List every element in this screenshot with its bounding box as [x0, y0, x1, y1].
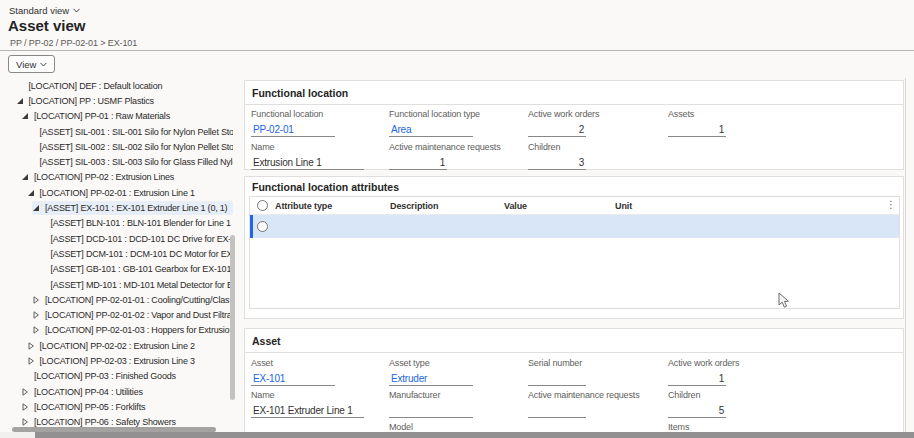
tree-item-asset-sil-002-sil-002[interactable]: [ASSET] SIL-002 : SIL-002 Silo for Nylon…	[0, 139, 233, 154]
field-label: Name	[251, 142, 364, 154]
select-all-radio[interactable]	[257, 200, 268, 211]
tree-item-asset-dcd-101-dcd-101[interactable]: [ASSET] DCD-101 : DCD-101 DC Drive for E…	[0, 231, 233, 246]
expand-arrow-icon[interactable]	[32, 296, 45, 304]
field-active-maintenance-requests: Active maintenance requests1	[389, 142, 501, 170]
field-value-serial-number[interactable]	[528, 372, 586, 386]
tree-item-label: [LOCATION] PP-05 : Forklifts	[34, 402, 145, 412]
functional-location-section: Functional location Functional locationP…	[244, 80, 904, 170]
field-label: Asset type	[389, 358, 473, 370]
tree-item-location-pp-02-01-02-vapor[interactable]: [LOCATION] PP-02-01-02 : Vapor and Dust …	[0, 307, 233, 322]
expand-arrow-icon[interactable]	[27, 342, 40, 350]
expand-arrow-icon[interactable]	[27, 357, 40, 365]
field-value-manufacturer[interactable]	[389, 404, 473, 418]
tree-item-label: [LOCATION] PP-02-02 : Extrusion Line 2	[40, 341, 195, 351]
tree-vertical-scrollbar[interactable]	[230, 235, 235, 400]
page-horizontal-scrollbar[interactable]	[0, 432, 914, 438]
collapse-arrow-icon[interactable]	[21, 112, 34, 120]
field-value-active-work-orders[interactable]: 2	[528, 123, 586, 137]
field-label: Children	[668, 390, 726, 402]
field-value-children[interactable]: 5	[668, 404, 726, 418]
tree-item-label: [LOCATION] PP-06 : Safety Showers	[34, 417, 176, 427]
field-value-functional-location[interactable]: PP-02-01	[251, 123, 335, 137]
tree-item-label: [LOCATION] PP-01 : Raw Materials	[34, 111, 170, 121]
row-select-radio[interactable]	[257, 221, 268, 232]
view-button[interactable]: View	[8, 55, 55, 73]
field-name: NameExtrusion Line 1	[251, 142, 364, 170]
tree-item-location-pp-02-03-extrusion[interactable]: [LOCATION] PP-02-03 : Extrusion Line 3	[0, 353, 233, 368]
field-value-asset[interactable]: EX-101	[251, 372, 335, 386]
field-active-work-orders: Active work orders2	[528, 109, 599, 137]
field-label: Manufacturer	[389, 390, 473, 402]
chevron-down-icon	[40, 62, 47, 67]
field-assets: Assets1	[668, 109, 726, 137]
location-tree: [LOCATION] DEF : Default location[LOCATI…	[0, 78, 233, 428]
tree-item-location-pp-05-forklifts[interactable]: [LOCATION] PP-05 : Forklifts	[0, 399, 233, 414]
page-horizontal-scrollbar-thumb[interactable]	[35, 432, 914, 438]
tree-item-location-pp-02-extrusion[interactable]: [LOCATION] PP-02 : Extrusion Lines	[0, 170, 233, 185]
field-value-name[interactable]: Extrusion Line 1	[251, 156, 364, 170]
tree-item-asset-gb-101-gb-101[interactable]: [ASSET] GB-101 : GB-101 Gearbox for EX-1…	[0, 262, 233, 277]
section-title: Functional location	[245, 81, 903, 105]
field-functional-location: Functional locationPP-02-01	[251, 109, 335, 137]
field-value-active-work-orders[interactable]: 1	[668, 372, 726, 386]
tree-item-label: [LOCATION] PP-02-01-01 : Cooling/Cutting…	[45, 295, 233, 305]
tree-item-location-pp-01-raw[interactable]: [LOCATION] PP-01 : Raw Materials	[0, 109, 233, 124]
tree-item-location-pp-02-01-extrusion[interactable]: [LOCATION] PP-02-01 : Extrusion Line 1	[0, 185, 233, 200]
column-header-description[interactable]: Description	[390, 201, 438, 211]
field-value-asset-type[interactable]: Extruder	[389, 372, 473, 386]
field-value-assets[interactable]: 1	[668, 123, 726, 137]
field-value-children[interactable]: 3	[528, 156, 586, 170]
breadcrumb[interactable]: PP / PP-02 / PP-02-01 > EX-101	[10, 38, 137, 48]
tree-item-label: [ASSET] EX-101 : EX-101 Extruder Line 1 …	[45, 203, 227, 213]
expand-arrow-icon[interactable]	[21, 418, 34, 426]
more-options-icon[interactable]: ⋮	[886, 199, 896, 210]
view-selector[interactable]: Standard view	[9, 5, 80, 16]
tree-item-location-pp-03-finished[interactable]: [LOCATION] PP-03 : Finished Goods	[0, 369, 233, 384]
expand-arrow-icon[interactable]	[32, 326, 45, 334]
collapse-arrow-icon[interactable]	[16, 97, 29, 105]
tree-item-asset-bln-101-bln-101[interactable]: [ASSET] BLN-101 : BLN-101 Blender for Li…	[0, 216, 233, 231]
field-children: Children5	[668, 390, 726, 418]
collapse-arrow-icon[interactable]	[21, 173, 34, 181]
tree-item-location-pp-02-02-extrusion[interactable]: [LOCATION] PP-02-02 : Extrusion Line 2	[0, 338, 233, 353]
column-header-attribute-type[interactable]: Attribute type	[275, 201, 332, 211]
column-header-unit[interactable]: Unit	[615, 201, 632, 211]
tree-item-label: [ASSET] SIL-003 : SIL-003 Silo for Glass…	[40, 157, 234, 167]
tree-item-location-pp-04-utilities[interactable]: [LOCATION] PP-04 : Utilities	[0, 384, 233, 399]
tree-item-asset-sil-001-sil-001[interactable]: [ASSET] SIL-001 : SIL-001 Silo for Nylon…	[0, 124, 233, 139]
tree-item-location-pp-usmf[interactable]: [LOCATION] PP : USMF Plastics	[0, 93, 233, 108]
field-serial-number: Serial number	[528, 358, 586, 386]
field-value-name[interactable]: EX-101 Extruder Line 1	[251, 404, 364, 418]
field-value-active-maintenance-requests[interactable]: 1	[389, 156, 447, 170]
tree-item-asset-sil-003-sil-003[interactable]: [ASSET] SIL-003 : SIL-003 Silo for Glass…	[0, 154, 233, 169]
field-asset: AssetEX-101	[251, 358, 335, 386]
tree-item-asset-md-101-md-101[interactable]: [ASSET] MD-101 : MD-101 Metal Detector f…	[0, 277, 233, 292]
tree-item-location-pp-02-01-03-hoppers[interactable]: [LOCATION] PP-02-01-03 : Hoppers for Ext…	[0, 323, 233, 338]
field-label: Children	[528, 142, 586, 154]
expand-arrow-icon[interactable]	[21, 403, 34, 411]
tree-item-location-pp-06-safety[interactable]: [LOCATION] PP-06 : Safety Showers	[0, 415, 233, 428]
field-label: Functional location	[251, 109, 335, 121]
collapse-arrow-icon[interactable]	[27, 189, 40, 197]
field-label: Active maintenance requests	[528, 390, 640, 402]
field-active-work-orders: Active work orders1	[668, 358, 739, 386]
tree-item-asset-ex-101-ex-101[interactable]: [ASSET] EX-101 : EX-101 Extruder Line 1 …	[0, 200, 233, 215]
collapse-arrow-icon[interactable]	[32, 204, 45, 212]
tree-item-label: [LOCATION] PP-04 : Utilities	[34, 387, 143, 397]
column-header-value[interactable]: Value	[504, 201, 527, 211]
field-value-active-maintenance-requests[interactable]	[528, 404, 586, 418]
tree-item-location-def-default[interactable]: [LOCATION] DEF : Default location	[0, 78, 233, 93]
tree-item-location-pp-02-01-01-cooling-cutting-classify[interactable]: [LOCATION] PP-02-01-01 : Cooling/Cutting…	[0, 292, 233, 307]
field-active-maintenance-requests: Active maintenance requests	[528, 390, 640, 418]
field-value-functional-location-type[interactable]: Area	[389, 123, 473, 137]
section-title: Asset	[245, 329, 903, 353]
expand-arrow-icon[interactable]	[21, 388, 34, 396]
expand-arrow-icon[interactable]	[32, 311, 45, 319]
field-label: Name	[251, 390, 364, 402]
attribute-row[interactable]	[250, 215, 899, 238]
tree-item-asset-dcm-101-dcm-101[interactable]: [ASSET] DCM-101 : DCM-101 DC Motor for E…	[0, 246, 233, 261]
tree-item-label: [ASSET] MD-101 : MD-101 Metal Detector f…	[51, 280, 234, 290]
field-asset-type: Asset typeExtruder	[389, 358, 473, 386]
row-selection-accent	[250, 215, 253, 238]
field-children: Children3	[528, 142, 586, 170]
